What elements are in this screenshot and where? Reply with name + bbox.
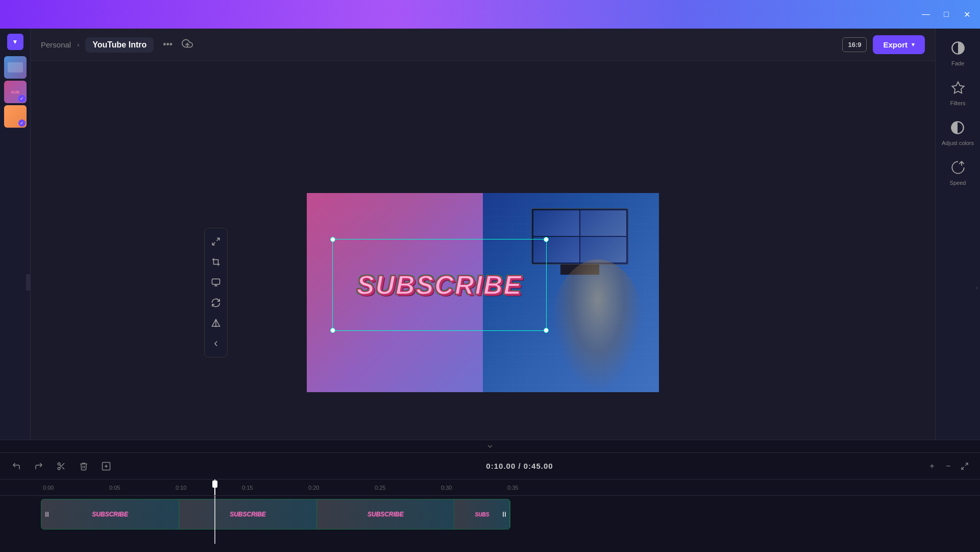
- handle-bottom-left[interactable]: [330, 328, 335, 333]
- pause-right: ⏸: [501, 510, 508, 518]
- add-clip-button[interactable]: [98, 458, 114, 474]
- playhead-marker[interactable]: [212, 481, 217, 488]
- timeline-toolbar: 0:10.00 / 0:45.00 + −: [0, 453, 980, 479]
- timeline-collapse[interactable]: [0, 440, 980, 453]
- more-options-button[interactable]: •••: [160, 37, 176, 52]
- ruler-mark-4: 0:20: [306, 485, 373, 491]
- svg-line-28: [962, 467, 964, 469]
- svg-line-23: [60, 465, 61, 466]
- speed-label: Speed: [950, 180, 966, 186]
- track-content: ⏸ SUBSCRIBE SUBSCRIBE SUBSCRIBE: [41, 499, 980, 530]
- fit-button[interactable]: [958, 459, 972, 473]
- time-display: 0:10.00 / 0:45.00: [120, 462, 919, 470]
- svg-line-27: [965, 463, 968, 466]
- svg-rect-3: [214, 259, 218, 264]
- breadcrumb-arrow: ›: [77, 41, 79, 49]
- svg-point-20: [58, 467, 60, 470]
- zoom-out-button[interactable]: −: [941, 459, 955, 473]
- track-segment-3[interactable]: SUBSCRIBE: [317, 499, 455, 529]
- thumbnail-3[interactable]: ✓: [4, 105, 27, 128]
- video-canvas: ✛ SUBSCRIBE: [307, 193, 659, 392]
- ruler-mark-6: 0:30: [439, 485, 505, 491]
- cut-button[interactable]: [53, 458, 69, 474]
- fade-icon: [949, 39, 967, 57]
- handle-top-left[interactable]: [330, 237, 335, 242]
- svg-rect-4: [212, 279, 220, 284]
- toolbar: Personal › YouTube Intro ••• 16:9 Export…: [31, 29, 935, 61]
- thumbnail-2[interactable]: SUB ✓: [4, 81, 27, 103]
- filters-tool[interactable]: Filters: [949, 79, 967, 106]
- timeline-ruler: 0:00 0:05 0:10 0:15 0:20 0:25 0:30 0:35: [0, 479, 980, 496]
- breadcrumb-personal[interactable]: Personal: [41, 40, 71, 49]
- minimize-button[interactable]: —: [921, 9, 931, 19]
- subscribe-text: SUBSCRIBE: [357, 270, 522, 300]
- zoom-in-button[interactable]: +: [925, 459, 939, 473]
- speed-icon: [949, 158, 967, 177]
- cloud-sync-icon[interactable]: [182, 38, 193, 52]
- fade-label: Fade: [951, 60, 964, 66]
- ruler-mark-0: 0:00: [41, 485, 107, 491]
- svg-point-19: [58, 463, 60, 465]
- ruler-mark-3: 0:15: [240, 485, 306, 491]
- project-name[interactable]: YouTube Intro: [85, 37, 154, 53]
- subscribe-selection[interactable]: ✛ SUBSCRIBE: [332, 239, 547, 331]
- fade-tool[interactable]: Fade: [949, 39, 967, 66]
- title-bar-controls: — □ ✕: [921, 9, 972, 19]
- track-segment-1[interactable]: SUBSCRIBE: [41, 499, 179, 529]
- rotate-tool[interactable]: [207, 294, 225, 312]
- ruler-marks: 0:00 0:05 0:10 0:15 0:20 0:25 0:30 0:35: [41, 485, 980, 491]
- redo-button[interactable]: [31, 458, 47, 474]
- undo-button[interactable]: [8, 458, 24, 474]
- filters-icon: [949, 79, 967, 97]
- back-tool[interactable]: [207, 334, 225, 353]
- speed-tool[interactable]: Speed: [949, 158, 967, 186]
- panel-toggle[interactable]: ▼: [7, 34, 23, 50]
- title-bar: — □ ✕: [0, 0, 980, 29]
- maximize-button[interactable]: □: [941, 9, 951, 19]
- display-tool[interactable]: [207, 273, 225, 292]
- edit-tools-panel: [204, 228, 228, 357]
- handle-top-right[interactable]: [544, 237, 549, 242]
- adjust-colors-icon: [948, 118, 967, 137]
- ruler-mark-7: 0:35: [505, 485, 572, 491]
- timeline-tracks: ⏸ SUBSCRIBE SUBSCRIBE SUBSCRIBE: [0, 496, 980, 552]
- svg-marker-17: [952, 82, 964, 93]
- video-track: ⏸ SUBSCRIBE SUBSCRIBE SUBSCRIBE: [41, 499, 510, 530]
- svg-line-2: [212, 242, 215, 245]
- delete-button[interactable]: [76, 458, 92, 474]
- adjust-colors-tool[interactable]: Adjust colors: [942, 118, 974, 146]
- crop-tool[interactable]: [207, 253, 225, 271]
- export-button[interactable]: Export ▾: [873, 35, 925, 54]
- ruler-mark-5: 0:25: [373, 485, 439, 491]
- aspect-ratio-badge: 16:9: [842, 37, 867, 52]
- ruler-mark-1: 0:05: [107, 485, 174, 491]
- export-dropdown-icon: ▾: [912, 41, 915, 48]
- timeline-section: 0:10.00 / 0:45.00 + − 0:00 0:05 0:10 0:1…: [0, 440, 980, 552]
- svg-line-22: [62, 467, 64, 469]
- filters-label: Filters: [950, 100, 966, 106]
- chevron-down-icon: ▼: [12, 38, 18, 45]
- resize-tool[interactable]: [207, 232, 225, 251]
- adjust-colors-label: Adjust colors: [942, 140, 974, 146]
- ruler-mark-2: 0:10: [174, 485, 240, 491]
- track-segment-2[interactable]: SUBSCRIBE: [179, 499, 317, 529]
- thumbnail-1[interactable]: [4, 56, 27, 79]
- close-button[interactable]: ✕: [962, 9, 972, 19]
- handle-bottom-right[interactable]: [544, 328, 549, 333]
- right-scroll-indicator: ›: [976, 284, 978, 291]
- flip-tool[interactable]: [207, 314, 225, 332]
- svg-line-1: [217, 238, 219, 241]
- person-silhouette: [552, 259, 644, 392]
- zoom-controls: + −: [925, 459, 972, 473]
